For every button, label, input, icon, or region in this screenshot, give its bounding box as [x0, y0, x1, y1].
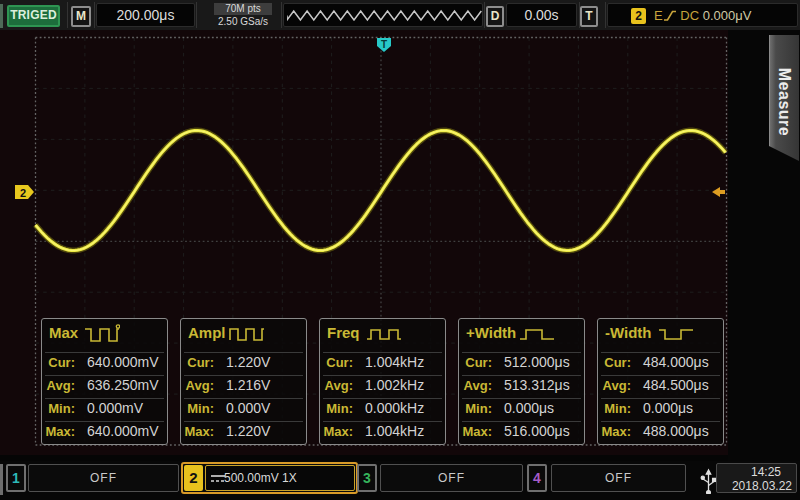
svg-text:2: 2 [20, 187, 26, 199]
svg-text:T: T [381, 39, 387, 50]
